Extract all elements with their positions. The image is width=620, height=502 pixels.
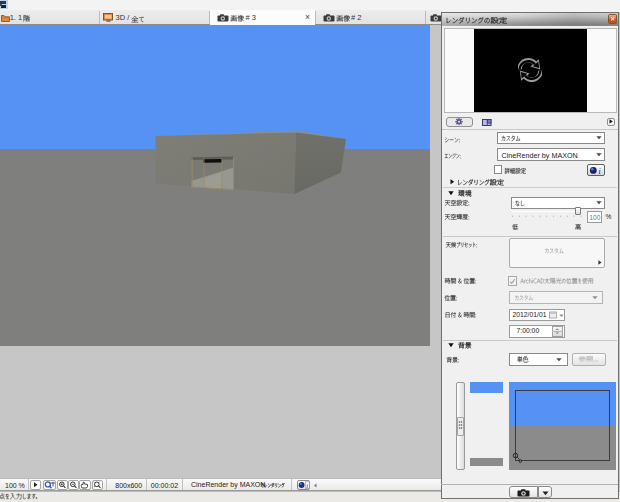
- svg-text:i: i: [599, 166, 601, 174]
- svg-text:i: i: [306, 481, 308, 488]
